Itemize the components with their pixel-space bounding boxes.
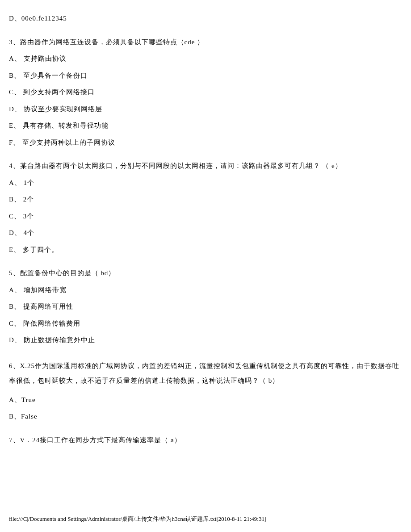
q5-option-d: D、 防止数据传输意外中止 bbox=[9, 335, 402, 345]
q4-option-b: B、 2个 bbox=[9, 194, 402, 205]
q3-option-b: B、 至少具备一个备份口 bbox=[9, 71, 402, 81]
q3-option-d: D、 协议至少要实现到网络层 bbox=[9, 104, 402, 114]
q4-stem: 4、某台路由器有两个以太网接口，分别与不同网段的以太网相连，请问：该路由器最多可… bbox=[9, 161, 402, 171]
q5-stem: 5、配置备份中心的目的是（ bd） bbox=[9, 268, 402, 278]
q6-option-a: A、True bbox=[9, 395, 402, 405]
q3-option-f: F、 至少支持两种以上的子网协议 bbox=[9, 138, 402, 148]
q2-option-d: D、00e0.fe112345 bbox=[9, 13, 402, 24]
q3-stem: 3、路由器作为网络互连设备，必须具备以下哪些特点（cde ） bbox=[9, 37, 402, 47]
q4-option-e: E、 多于四个。 bbox=[9, 245, 402, 255]
q6-stem: 6、X.25作为国际通用标准的广域网协议，内置的差错纠正，流量控制和丢包重传机制… bbox=[9, 359, 402, 388]
q4-option-d: D、 4个 bbox=[9, 228, 402, 238]
blank-space bbox=[9, 30, 402, 37]
q4-option-c: C、 3个 bbox=[9, 211, 402, 222]
q4-option-a: A、 1个 bbox=[9, 178, 402, 188]
q6-option-b: B、False bbox=[9, 411, 402, 422]
blank-space bbox=[9, 428, 402, 435]
q5-option-b: B、 提高网络可用性 bbox=[9, 302, 402, 312]
blank-space bbox=[9, 154, 402, 161]
document-page: D、00e0.fe112345 3、路由器作为网络互连设备，必须具备以下哪些特点… bbox=[0, 0, 411, 532]
q5-option-c: C、 降低网络传输费用 bbox=[9, 318, 402, 329]
q3-option-a: A、 支持路由协议 bbox=[9, 54, 402, 64]
page-footer-path: file:///C|/Documents and Settings/Admini… bbox=[9, 515, 266, 523]
blank-space bbox=[9, 261, 402, 268]
q7-stem: 7、V．24接口工作在同步方式下最高传输速率是（ a） bbox=[9, 435, 402, 445]
q3-option-e: E、 具有存储、转发和寻径功能 bbox=[9, 121, 402, 131]
blank-space bbox=[9, 352, 402, 359]
q5-option-a: A、 增加网络带宽 bbox=[9, 285, 402, 295]
q3-option-c: C、 到少支持两个网络接口 bbox=[9, 87, 402, 97]
